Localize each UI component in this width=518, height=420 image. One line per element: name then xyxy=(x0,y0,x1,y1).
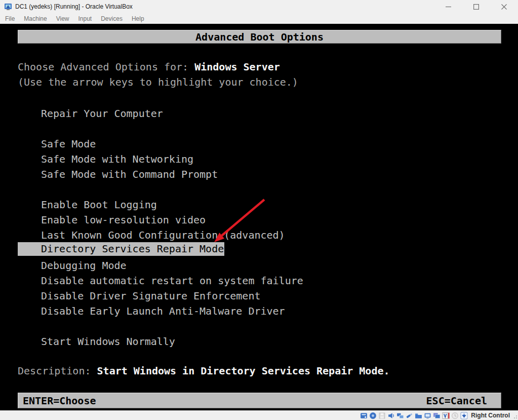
menu-item-disable-auto-restart[interactable]: Disable automatic restart on system fail… xyxy=(41,275,303,286)
menu-bar: File Machine View Input Devices Help xyxy=(0,13,518,24)
resize-grip-icon[interactable] xyxy=(512,412,517,418)
enter-choose-label: ENTER=Choose xyxy=(23,395,96,407)
menu-item-safe-mode[interactable]: Safe Mode xyxy=(41,138,96,149)
menu-view[interactable]: View xyxy=(56,15,69,22)
menu-devices[interactable]: Devices xyxy=(101,15,123,22)
usb-icon[interactable] xyxy=(405,411,413,419)
menu-item-start-windows-normally[interactable]: Start Windows Normally xyxy=(41,336,175,347)
features-icon[interactable] xyxy=(442,411,450,419)
title-bar[interactable]: DC1 (yedeks) [Running] - Oracle VirtualB… xyxy=(0,0,518,13)
choose-options-line: Choose Advanced Options for: Windows Ser… xyxy=(18,61,280,72)
os-name: Windows Server xyxy=(194,61,280,73)
menu-item-safe-mode-networking[interactable]: Safe Mode with Networking xyxy=(41,154,193,165)
choose-options-label: Choose Advanced Options for: xyxy=(18,61,194,73)
recording-icon[interactable] xyxy=(432,411,441,419)
virtualbox-vm-icon xyxy=(4,3,12,11)
menu-item-debugging-mode[interactable]: Debugging Mode xyxy=(41,260,127,271)
vm-screen: Advanced Boot Options Choose Advanced Op… xyxy=(0,24,518,410)
menu-machine[interactable]: Machine xyxy=(24,15,47,22)
menu-item-repair-your-computer[interactable]: Repair Your Computer xyxy=(41,108,163,119)
menu-item-last-known-good-config[interactable]: Last Known Good Configuration (advanced) xyxy=(41,230,285,241)
menu-item-directory-services-repair-mode-selected[interactable]: Directory Services Repair Mode xyxy=(18,242,224,256)
menu-input[interactable]: Input xyxy=(78,15,92,22)
execution-cap-icon[interactable] xyxy=(451,411,459,419)
boot-options-title: Advanced Boot Options xyxy=(195,31,324,43)
shared-folders-icon[interactable] xyxy=(414,411,422,419)
close-icon[interactable] xyxy=(490,0,518,13)
audio-icon[interactable] xyxy=(387,411,395,419)
host-key-label: Right Control xyxy=(471,412,510,419)
description-value: Start Windows in Directory Services Repa… xyxy=(97,365,390,377)
optical-disk-icon[interactable] xyxy=(369,411,377,419)
display-icon[interactable] xyxy=(423,411,431,419)
keyboard-capture-icon[interactable] xyxy=(460,411,468,419)
floppy-icon[interactable] xyxy=(378,411,386,419)
menu-item-enable-low-res-video[interactable]: Enable low-resolution video xyxy=(41,214,206,225)
minimize-icon[interactable] xyxy=(434,0,462,13)
menu-item-safe-mode-command-prompt[interactable]: Safe Mode with Command Prompt xyxy=(41,169,218,180)
menu-file[interactable]: File xyxy=(5,15,15,22)
menu-item-disable-early-launch-antimalware[interactable]: Disable Early Launch Anti-Malware Driver xyxy=(41,306,285,317)
hard-disk-icon[interactable] xyxy=(360,411,368,419)
description-line: Description: Start Windows in Directory … xyxy=(18,365,390,376)
menu-help[interactable]: Help xyxy=(132,15,144,22)
arrow-keys-hint: (Use the arrow keys to highlight your ch… xyxy=(18,77,298,88)
window-title: DC1 (yedeks) [Running] - Oracle VirtualB… xyxy=(15,3,133,10)
esc-cancel-label: ESC=Cancel xyxy=(426,395,487,407)
menu-item-enable-boot-logging[interactable]: Enable Boot Logging xyxy=(41,199,157,210)
maximize-icon[interactable] xyxy=(462,0,490,13)
selected-item-label: Directory Services Repair Mode xyxy=(41,242,224,256)
menu-item-disable-driver-signature[interactable]: Disable Driver Signature Enforcement xyxy=(41,290,260,301)
description-label: Description: xyxy=(18,365,97,377)
boot-footer-bar: ENTER=Choose ESC=Cancel xyxy=(18,393,501,408)
network-icon[interactable] xyxy=(396,411,404,419)
status-bar: Right Control xyxy=(0,410,518,420)
boot-options-header: Advanced Boot Options xyxy=(18,30,501,44)
virtualbox-window: DC1 (yedeks) [Running] - Oracle VirtualB… xyxy=(0,0,518,420)
